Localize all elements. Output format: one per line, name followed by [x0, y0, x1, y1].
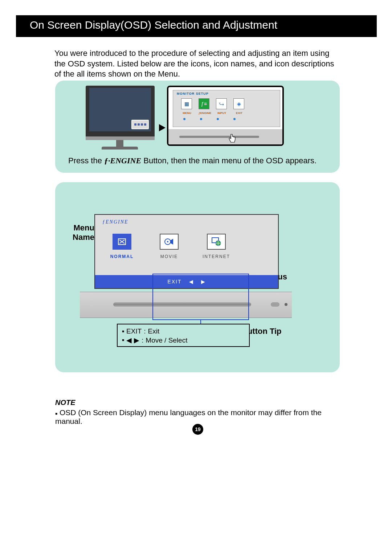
osd-item-normal[interactable]: NORMAL — [109, 234, 135, 259]
finger-cursor-icon — [227, 134, 237, 146]
mini-osd-icon — [131, 120, 149, 129]
fengine-label: ƒ·ENGINE — [104, 156, 141, 165]
button-tip-box: ■ EXIT : Exit ■ ◀ ▶ : Move / Select — [117, 324, 250, 347]
illustration-panel-top: MONITOR SETUP ▦ ƒ≡ ⮑ ◈ MENU ƒENGINE INPU… — [55, 81, 340, 173]
monitor-strip — [86, 136, 155, 140]
colon: : — [144, 327, 146, 335]
fengine-icon: ƒ≡ — [199, 98, 209, 109]
movie-icon — [160, 234, 179, 250]
monitor-screen — [89, 88, 151, 131]
svg-point-4 — [167, 241, 168, 242]
tip-move-desc: Move / Select — [146, 336, 187, 344]
zoom-osd-title: MONITOR SETUP — [177, 92, 209, 95]
monitor-bezel — [86, 86, 155, 136]
osd-item-label: MOVIE — [160, 254, 178, 259]
menu-icon: ▦ — [181, 98, 192, 109]
note-body: ■ OSD (On Screen Display) menu languages… — [55, 408, 346, 426]
arrow-right-icon: ▶ — [134, 336, 139, 344]
zoom-label-engine: ƒENGINE — [199, 111, 210, 115]
colon: : — [142, 336, 143, 344]
arrow-right-icon — [159, 124, 166, 131]
arrow-left-icon: ◀ — [126, 336, 132, 344]
illustration-panel-bottom: Menu Name Sub- menus Button Tip ƒENGINE … — [55, 182, 340, 372]
zoom-button-bar — [179, 136, 259, 138]
osd-items-row: NORMAL MOVIE INTERNET — [109, 234, 229, 259]
zoom-osd-icons: ▦ ƒ≡ ⮑ ◈ — [181, 98, 244, 109]
normal-icon — [113, 234, 131, 250]
highlight-rect — [152, 274, 249, 320]
note-section: NOTE ■ OSD (On Screen Display) menu lang… — [55, 398, 346, 426]
caption-suffix: Button, then the main menu of the OSD ap… — [141, 156, 317, 165]
intro-paragraph: You were introduced to the procedure of … — [54, 48, 341, 79]
zoom-osd-dots — [183, 118, 236, 120]
osd-item-internet[interactable]: INTERNET — [203, 234, 229, 259]
zoom-osd-labels: MENU ƒENGINE INPUT EXIT — [181, 111, 245, 115]
page-title: On Screen Display(OSD) Selection and Adj… — [30, 19, 277, 31]
osd-item-label: NORMAL — [110, 254, 134, 259]
monitor-illustration — [84, 86, 157, 149]
bezel-led-icon — [285, 303, 287, 306]
zoom-label-menu: MENU — [181, 111, 193, 115]
zoom-osd-screen: MONITOR SETUP ▦ ƒ≡ ⮑ ◈ MENU ƒENGINE INPU… — [173, 90, 280, 127]
tip-exit-desc: Exit — [148, 327, 160, 335]
caption-prefix: Press the — [68, 156, 104, 165]
bullet-icon: ■ — [122, 338, 124, 342]
zoom-label-input: INPUT — [216, 111, 228, 115]
panel1-caption: Press the ƒ·ENGINE Button, then the main… — [68, 156, 317, 165]
note-heading: NOTE — [55, 398, 346, 407]
page-number-badge: 19 — [192, 424, 203, 435]
monitor-base — [102, 147, 138, 150]
bullet-icon: ■ — [122, 329, 124, 333]
tip-row-move: ■ ◀ ▶ : Move / Select — [122, 336, 245, 344]
zoom-panel: MONITOR SETUP ▦ ƒ≡ ⮑ ◈ MENU ƒENGINE INPU… — [167, 86, 284, 146]
note-body-text: OSD (On Screen Display) menu languages o… — [55, 408, 322, 425]
monitor-stand — [116, 140, 123, 147]
tip-row-exit: ■ EXIT : Exit — [122, 327, 245, 335]
osd-title: ƒENGINE — [102, 219, 128, 225]
bullet-icon: ■ — [55, 412, 57, 416]
zoom-label-exit: EXIT — [233, 111, 245, 115]
exit-icon: ◈ — [233, 98, 244, 109]
osd-item-movie[interactable]: MOVIE — [156, 234, 182, 259]
osd-item-label: INTERNET — [203, 254, 230, 259]
label-menu-name: Menu Name — [65, 223, 94, 242]
tip-exit-key: EXIT — [126, 327, 142, 335]
bezel-side-button — [271, 302, 279, 307]
internet-icon — [207, 234, 226, 250]
input-icon: ⮑ — [216, 98, 227, 109]
